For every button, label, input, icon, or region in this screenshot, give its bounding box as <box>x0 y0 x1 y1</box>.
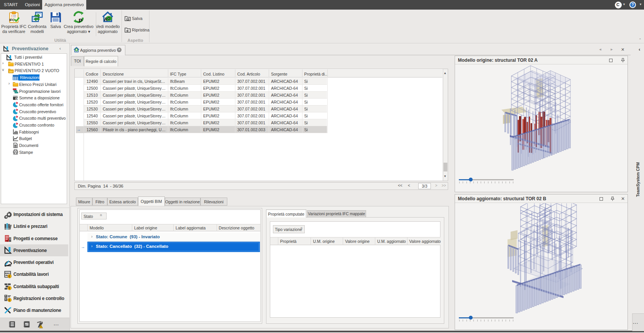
svg-text:€: € <box>8 287 10 290</box>
svg-text:!: ! <box>41 325 41 328</box>
svg-text:€: € <box>8 298 10 302</box>
svg-text:€: € <box>8 275 10 278</box>
svg-text:A: A <box>104 16 108 22</box>
svg-text:P: P <box>79 17 82 23</box>
svg-text:IFC: IFC <box>9 18 15 22</box>
